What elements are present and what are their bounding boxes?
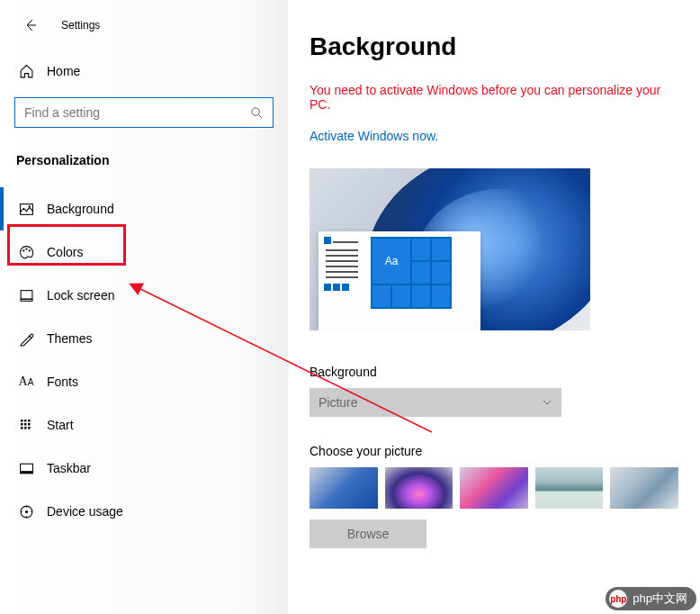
picture-thumbnails	[310, 467, 678, 509]
svg-point-20	[24, 510, 27, 512]
svg-point-5	[28, 249, 30, 251]
preview-tile-text: Aa	[372, 239, 410, 284]
background-type-dropdown[interactable]: Picture	[310, 388, 561, 417]
svg-rect-10	[28, 420, 31, 422]
home-nav-item[interactable]: Home	[0, 52, 288, 90]
dropdown-value: Picture	[319, 395, 358, 410]
sidebar-item-background[interactable]: Background	[0, 187, 288, 230]
watermark: php php中文网	[606, 587, 696, 610]
preview-mini-window: Aa	[319, 231, 480, 330]
picture-thumb-3[interactable]	[460, 467, 528, 509]
svg-point-2	[28, 205, 30, 207]
chevron-down-icon	[542, 397, 552, 408]
svg-rect-18	[20, 471, 32, 474]
picture-thumb-1[interactable]	[310, 467, 378, 509]
svg-rect-8	[21, 420, 23, 422]
svg-point-4	[25, 248, 27, 249]
section-title: Personalization	[0, 140, 288, 176]
svg-rect-7	[21, 299, 32, 301]
sidebar: Settings Home Personalization Background…	[0, 0, 288, 614]
sidebar-item-label: Colors	[47, 245, 83, 259]
search-wrap	[0, 90, 288, 140]
settings-title: Settings	[61, 19, 100, 32]
sidebar-item-lock-screen[interactable]: Lock screen	[0, 274, 288, 317]
svg-rect-6	[21, 290, 32, 299]
svg-rect-12	[24, 423, 27, 426]
sidebar-item-label: Themes	[47, 331, 93, 346]
sidebar-item-device-usage[interactable]: Device usage	[0, 490, 288, 533]
sidebar-item-label: Fonts	[47, 375, 78, 389]
search-box[interactable]	[14, 97, 274, 128]
nav-list: Background Colors Lock screen Themes AA …	[0, 187, 288, 533]
sidebar-item-label: Device usage	[47, 504, 123, 519]
activate-link[interactable]: Activate Windows now.	[310, 129, 438, 143]
start-icon	[18, 417, 34, 433]
background-icon	[18, 201, 34, 217]
watermark-logo: php	[609, 590, 627, 608]
taskbar-icon	[18, 460, 34, 476]
activation-warning: You need to activate Windows before you …	[310, 83, 678, 112]
colors-icon	[18, 244, 34, 260]
home-icon	[18, 63, 34, 79]
sidebar-item-fonts[interactable]: AA Fonts	[0, 360, 288, 403]
background-preview: Aa	[310, 168, 590, 330]
sidebar-item-label: Taskbar	[47, 461, 91, 475]
home-label: Home	[47, 64, 80, 78]
svg-rect-16	[28, 427, 31, 429]
choose-picture-label: Choose your picture	[310, 444, 678, 458]
svg-point-3	[22, 249, 24, 251]
picture-thumb-4[interactable]	[535, 467, 604, 509]
search-icon	[250, 106, 264, 120]
back-button[interactable]	[20, 14, 41, 36]
svg-rect-11	[21, 423, 23, 426]
fonts-icon: AA	[18, 374, 34, 390]
lock-screen-icon	[18, 287, 34, 303]
svg-point-0	[252, 107, 259, 114]
browse-button[interactable]: Browse	[310, 519, 426, 548]
sidebar-item-label: Background	[47, 202, 114, 216]
device-usage-icon	[18, 503, 34, 519]
svg-rect-15	[24, 427, 27, 429]
sidebar-item-taskbar[interactable]: Taskbar	[0, 447, 288, 490]
sidebar-item-themes[interactable]: Themes	[0, 317, 288, 360]
themes-icon	[18, 330, 34, 347]
watermark-text: php中文网	[633, 591, 687, 607]
search-input[interactable]	[24, 105, 250, 120]
sidebar-item-colors[interactable]: Colors	[0, 230, 288, 274]
picture-thumb-5[interactable]	[610, 467, 678, 509]
sidebar-item-start[interactable]: Start	[0, 403, 288, 447]
page-title: Background	[310, 32, 678, 61]
main-content: Background You need to activate Windows …	[288, 0, 700, 548]
sidebar-item-label: Start	[47, 418, 74, 432]
picture-thumb-2[interactable]	[385, 467, 453, 509]
sidebar-item-label: Lock screen	[47, 288, 114, 302]
svg-rect-14	[21, 427, 23, 429]
back-arrow-icon	[23, 18, 38, 32]
svg-rect-13	[28, 423, 31, 426]
header-row: Settings	[0, 11, 288, 52]
background-field-label: Background	[310, 365, 678, 379]
svg-rect-9	[24, 420, 27, 422]
